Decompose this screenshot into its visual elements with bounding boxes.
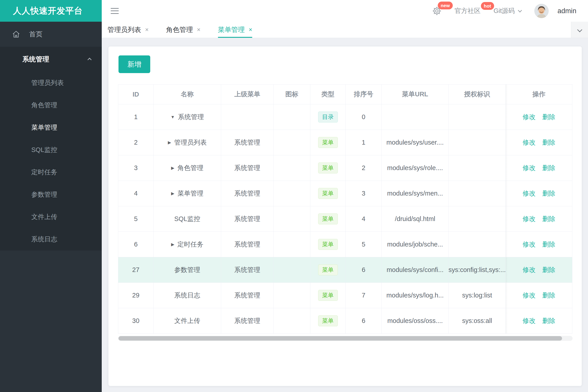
hot-badge: hot [481,2,494,10]
scrollbar-thumb[interactable] [119,336,562,340]
community-link[interactable]: 官方社区 hot [455,6,481,16]
cell-icon [274,155,310,181]
cell-name: ▼系统管理 [154,104,221,130]
cell-icon [274,308,310,334]
cell-url [382,104,449,130]
edit-link[interactable]: 修改 [523,138,536,147]
cell-parent-menu: 系统管理 [221,283,274,308]
cell-type: 菜单 [310,232,346,257]
tree-collapse-icon[interactable]: ▶ [171,166,174,170]
tree-collapse-icon[interactable]: ▶ [171,191,174,196]
table-header-cell: 排序号 [346,84,382,104]
type-badge: 菜单 [318,214,338,224]
sidebar-subitems: 管理员列表角色管理菜单管理SQL监控定时任务参数管理文件上传系统日志 [0,72,102,250]
type-badge: 菜单 [318,162,338,174]
cell-url: /druid/sql.html [382,206,449,232]
header-bar: new 官方社区 hot Git源码 [102,0,588,22]
tab[interactable]: 菜单管理× [218,22,252,38]
edit-link[interactable]: 修改 [523,113,536,122]
sidebar-subitem[interactable]: 管理员列表 [0,72,102,94]
table-row[interactable]: 4▶菜单管理系统管理菜单3modules/sys/men...修改删除 [118,181,572,206]
delete-link[interactable]: 删除 [542,316,555,326]
delete-link[interactable]: 删除 [542,189,555,198]
sidebar-toggle-icon[interactable] [111,8,119,14]
edit-link[interactable]: 修改 [523,266,536,274]
cell-order: 7 [346,283,382,308]
tree-collapse-icon[interactable]: ▶ [171,242,174,247]
table-row[interactable]: 6▶定时任务系统管理菜单5modules/job/sche...修改删除 [118,232,572,257]
settings-button[interactable]: new [432,6,442,16]
cell-id: 27 [118,257,154,283]
cell-perms: sys:oss:all [449,308,506,334]
cell-id: 3 [118,155,154,181]
table-header-cell: 操作 [506,84,572,104]
delete-link[interactable]: 删除 [542,214,555,224]
menu-name: SQL监控 [174,214,200,224]
menu-name: 系统日志 [174,291,200,300]
edit-link[interactable]: 修改 [523,189,536,198]
avatar[interactable] [534,4,549,18]
chevron-down-icon [518,8,522,12]
table-header-cell: 上级菜单 [221,84,274,104]
edit-link[interactable]: 修改 [523,240,536,249]
cell-id: 6 [118,232,154,257]
tab-close-icon[interactable]: × [249,26,252,33]
edit-link[interactable]: 修改 [523,214,536,224]
cell-order: 6 [346,257,382,283]
sidebar-subitem[interactable]: 参数管理 [0,184,102,206]
tab-close-icon[interactable]: × [197,26,201,33]
cell-id: 4 [118,181,154,206]
tree-collapse-icon[interactable]: ▶ [168,140,171,145]
tab[interactable]: 管理员列表× [108,22,149,38]
sidebar-subitem[interactable]: SQL监控 [0,139,102,161]
table-row[interactable]: 30文件上传系统管理菜单6modules/oss/oss....sys:oss:… [118,308,572,334]
menu-name: 参数管理 [174,266,200,274]
menu-name: 系统管理 [178,113,204,122]
sidebar-subitem[interactable]: 角色管理 [0,94,102,116]
sidebar-subitem[interactable]: 系统日志 [0,228,102,250]
tabs-collapse-button[interactable] [571,22,588,38]
edit-link[interactable]: 修改 [523,291,536,300]
cell-name: 参数管理 [154,257,221,283]
tab-close-icon[interactable]: × [145,26,149,33]
tab[interactable]: 角色管理× [166,22,201,38]
sidebar-item-home[interactable]: 首页 [0,22,102,47]
type-badge: 菜单 [318,290,338,301]
delete-link[interactable]: 删除 [542,240,555,249]
table-row[interactable]: 29系统日志系统管理菜单7modules/sys/log.h...sys:log… [118,283,572,308]
sidebar-subitem[interactable]: 定时任务 [0,161,102,184]
sidebar-subitem[interactable]: 菜单管理 [0,116,102,139]
cell-type: 菜单 [310,283,346,308]
table-row[interactable]: 2▶管理员列表系统管理菜单1modules/sys/user....修改删除 [118,130,572,155]
edit-link[interactable]: 修改 [523,164,536,172]
chevron-up-icon [88,58,92,62]
tree-expand-icon[interactable]: ▼ [171,115,175,120]
table-header-cell: 授权标识 [449,84,506,104]
git-source-link[interactable]: Git源码 [494,6,521,16]
app-header: 人人快速开发平台 new 官方社区 hot Git源码 [0,0,588,22]
cell-icon [274,181,310,206]
table-row[interactable]: 3▶角色管理系统管理菜单2modules/sys/role....修改删除 [118,155,572,181]
sidebar-item-system-management[interactable]: 系统管理 [0,47,102,72]
table-header-row: ID名称上级菜单图标类型排序号菜单URL授权标识操作 [118,84,572,104]
git-source-label: Git源码 [494,6,515,16]
table-row[interactable]: 5SQL监控系统管理菜单4/druid/sql.html修改删除 [118,206,572,232]
sidebar-subitem[interactable]: 文件上传 [0,206,102,228]
table-header-cell: ID [118,84,154,104]
type-badge: 菜单 [318,188,338,199]
delete-link[interactable]: 删除 [542,113,555,122]
delete-link[interactable]: 删除 [542,164,555,172]
cell-perms [449,104,506,130]
delete-link[interactable]: 删除 [542,266,555,274]
table-row[interactable]: 27参数管理系统管理菜单6modules/sys/confi...sys:con… [118,257,572,283]
add-button[interactable]: 新增 [119,56,150,73]
username[interactable]: admin [557,7,576,15]
table-row[interactable]: 1▼系统管理目录0修改删除 [118,104,572,130]
horizontal-scrollbar[interactable] [118,336,572,341]
delete-link[interactable]: 删除 [542,138,555,147]
delete-link[interactable]: 删除 [542,291,555,300]
cell-order: 4 [346,206,382,232]
edit-link[interactable]: 修改 [523,316,536,326]
type-badge: 菜单 [318,137,338,148]
cell-parent-menu: 系统管理 [221,308,274,334]
